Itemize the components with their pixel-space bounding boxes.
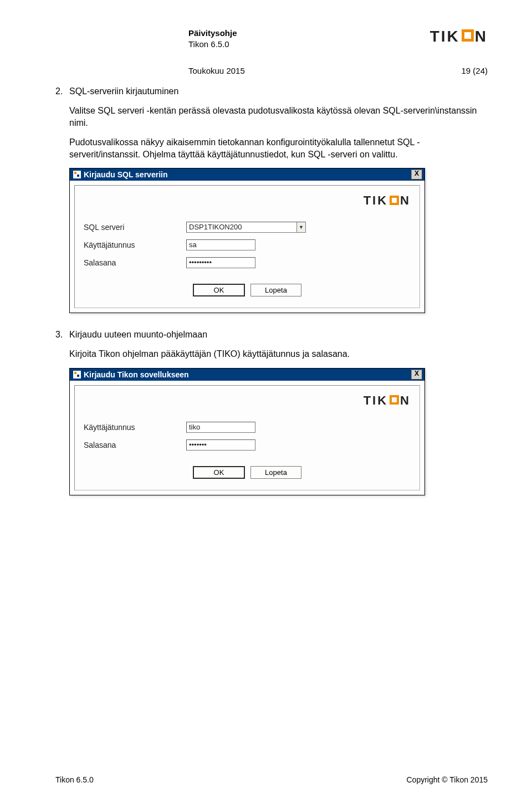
section-number: 2. <box>55 86 69 96</box>
logo-o-icon <box>390 395 399 405</box>
password-label: Salasana <box>84 258 186 267</box>
username-input[interactable]: sa <box>186 239 255 250</box>
doc-header-text: Päivitysohje Tikon 6.5.0 <box>188 28 237 49</box>
tikon-logo: TIKN <box>430 28 488 45</box>
username-label: Käyttäjätunnus <box>84 423 186 432</box>
sql-login-dialog: Kirjaudu SQL serveriin X TIKN SQL server… <box>69 168 425 313</box>
ok-button[interactable]: OK <box>193 466 245 479</box>
tikon-logo: TIKN <box>84 393 411 408</box>
dialog-title: Kirjaudu Tikon sovellukseen <box>84 370 189 379</box>
logo-o-icon <box>462 29 474 42</box>
section-title: Kirjaudu uuteen muunto-ohjelmaan <box>69 330 207 340</box>
close-button[interactable]: X <box>411 370 422 380</box>
username-label: Käyttäjätunnus <box>84 241 186 249</box>
body-paragraph: Kirjoita Tikon ohjelman pääkäyttäjän (TI… <box>69 348 488 360</box>
date-text: Toukokuu 2015 <box>188 66 245 75</box>
body-paragraph: Pudotusvalikossa näkyy aikaisemmin tieto… <box>69 136 488 160</box>
sql-server-select[interactable]: DSP1TIKON200 <box>186 222 297 233</box>
logo-o-icon <box>390 196 399 205</box>
app-icon <box>73 371 81 378</box>
cancel-button[interactable]: Lopeta <box>250 284 301 296</box>
footer-right: Copyright © Tikon 2015 <box>406 775 488 784</box>
username-input[interactable]: tiko <box>186 422 255 433</box>
password-input[interactable]: ••••••• <box>186 439 255 451</box>
section-title: SQL-serveriin kirjautuminen <box>69 86 178 96</box>
dialog-title: Kirjaudu SQL serveriin <box>84 170 167 179</box>
body-paragraph: Valitse SQL serveri -kentän perässä olev… <box>69 105 488 129</box>
tikon-login-dialog: Kirjaudu Tikon sovellukseen X TIKN Käytt… <box>69 368 425 495</box>
cancel-button[interactable]: Lopeta <box>250 466 301 479</box>
close-button[interactable]: X <box>411 170 422 180</box>
ok-button[interactable]: OK <box>193 284 245 296</box>
footer-left: Tikon 6.5.0 <box>55 775 94 784</box>
tikon-logo: TIKN <box>84 193 411 208</box>
sql-server-label: SQL serveri <box>84 223 186 232</box>
app-icon <box>73 171 81 178</box>
doc-subtitle: Tikon 6.5.0 <box>188 39 237 50</box>
chevron-down-icon[interactable]: ▼ <box>297 222 306 233</box>
password-input[interactable]: ••••••••• <box>186 257 255 268</box>
section-number: 3. <box>55 330 69 340</box>
page-number: 19 (24) <box>461 66 488 75</box>
password-label: Salasana <box>84 441 186 449</box>
doc-title: Päivitysohje <box>188 28 237 39</box>
